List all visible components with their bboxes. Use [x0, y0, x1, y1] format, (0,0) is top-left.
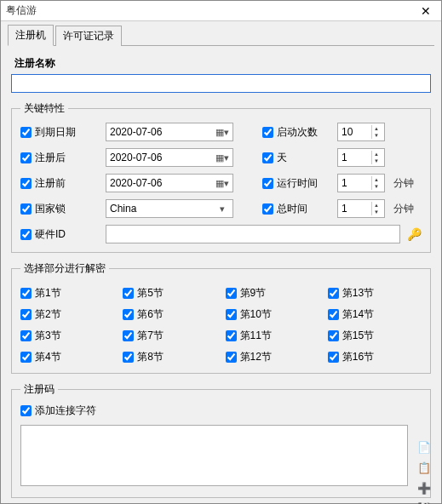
expire-date-value: 2020-07-06	[110, 126, 162, 138]
register-before-checkbox[interactable]	[20, 178, 32, 189]
calendar-icon[interactable]: ▦▾	[215, 152, 229, 163]
copy-icon[interactable]: 📄	[416, 439, 432, 455]
sections-legend: 选择部分进行解密	[20, 261, 109, 276]
run-time-label: 运行时间	[277, 176, 318, 191]
key-icon[interactable]: 🔑	[407, 227, 422, 241]
section-check[interactable]: 第13节	[328, 286, 422, 301]
tab-register-label: 注册机	[15, 29, 46, 41]
titlebar: 粤信游 ✕	[1, 1, 441, 21]
register-after-checkbox[interactable]	[20, 152, 32, 163]
section-check[interactable]: 第4节	[20, 350, 114, 364]
expire-date-checkbox[interactable]	[20, 127, 32, 138]
section-label: 第9节	[240, 286, 267, 301]
content: 注册名称 关键特性 到期日期 2020-07-06 ▦▾ 启动次数	[1, 46, 441, 504]
section-label: 第11节	[240, 329, 272, 343]
reg-name-label: 注册名称	[14, 56, 431, 71]
days-label: 天	[277, 151, 287, 165]
section-label: 第14节	[342, 307, 374, 322]
expire-date-input[interactable]: 2020-07-06 ▦▾	[106, 123, 233, 141]
section-check[interactable]: 第2节	[20, 307, 114, 322]
tab-register[interactable]: 注册机	[8, 25, 54, 46]
hardware-id-check[interactable]: 硬件ID	[20, 227, 99, 242]
section-label: 第4节	[35, 350, 61, 364]
launch-count-checkbox[interactable]	[262, 127, 273, 138]
chevron-up-icon[interactable]: ▲	[371, 176, 381, 183]
expire-date-check[interactable]: 到期日期	[20, 125, 99, 140]
run-time-unit: 分钟	[393, 176, 419, 191]
section-label: 第8节	[137, 350, 164, 364]
reg-name-input[interactable]	[11, 74, 431, 93]
days-check[interactable]: 天	[262, 151, 330, 165]
tab-license-log[interactable]: 许可证记录	[55, 26, 122, 46]
total-time-checkbox[interactable]	[262, 203, 273, 215]
section-check[interactable]: 第3节	[20, 329, 114, 343]
register-after-check[interactable]: 注册后	[20, 151, 99, 165]
chevron-up-icon[interactable]: ▲	[371, 202, 381, 209]
days-input[interactable]: 1 ▲▼	[337, 148, 385, 167]
total-time-label: 总时间	[277, 202, 307, 216]
add-join-chars-check[interactable]: 添加连接字符	[20, 404, 422, 418]
section-check[interactable]: 第6节	[123, 307, 216, 322]
country-lock-value: China	[110, 203, 136, 215]
section-check[interactable]: 第15节	[328, 329, 422, 343]
section-check[interactable]: 第10节	[226, 307, 319, 322]
total-time-value: 1	[342, 203, 347, 215]
total-time-unit: 分钟	[393, 202, 419, 216]
total-time-input[interactable]: 1 ▲▼	[337, 199, 385, 218]
chevron-down-icon[interactable]: ▼	[371, 183, 381, 190]
section-label: 第7节	[137, 329, 164, 343]
section-label: 第15节	[342, 329, 374, 343]
section-check[interactable]: 第16节	[328, 350, 422, 364]
country-lock-label: 国家锁	[35, 202, 66, 216]
section-check[interactable]: 第7节	[123, 329, 216, 343]
register-before-input[interactable]: 2020-07-06 ▦▾	[106, 174, 233, 192]
run-time-input[interactable]: 1 ▲▼	[337, 174, 385, 192]
add-icon[interactable]: ➕	[416, 480, 432, 495]
section-check[interactable]: 第5节	[123, 286, 216, 301]
section-check[interactable]: 第1节	[20, 286, 114, 301]
sections-group: 选择部分进行解密 第1节 第5节 第9节 第13节 第2节 第6节 第10节 第…	[11, 261, 431, 374]
chevron-down-icon[interactable]: ▼	[371, 132, 381, 139]
expire-date-label: 到期日期	[35, 125, 76, 140]
hardware-id-label: 硬件ID	[35, 227, 66, 242]
run-time-checkbox[interactable]	[262, 178, 273, 189]
section-check[interactable]: 第9节	[226, 286, 319, 301]
chevron-down-icon[interactable]: ▾	[215, 203, 229, 215]
total-time-check[interactable]: 总时间	[262, 202, 330, 216]
run-time-check[interactable]: 运行时间	[262, 176, 330, 191]
launch-count-value: 10	[342, 126, 353, 138]
chevron-down-icon[interactable]: ▼	[371, 209, 381, 215]
calendar-icon[interactable]: ▦▾	[215, 178, 229, 189]
register-after-value: 2020-07-06	[110, 152, 162, 163]
section-check[interactable]: 第12节	[226, 350, 319, 364]
section-check[interactable]: 第11节	[226, 329, 319, 343]
section-label: 第13节	[342, 286, 374, 301]
regcode-textarea[interactable]	[20, 425, 408, 486]
country-lock-checkbox[interactable]	[20, 203, 32, 215]
chevron-down-icon[interactable]: ▼	[371, 158, 381, 164]
close-icon[interactable]: ✕	[416, 4, 436, 18]
days-value: 1	[342, 152, 347, 163]
hardware-id-input[interactable]	[106, 225, 400, 243]
section-check[interactable]: 第14节	[328, 307, 422, 322]
register-after-input[interactable]: 2020-07-06 ▦▾	[106, 148, 233, 167]
launch-count-check[interactable]: 启动次数	[262, 125, 330, 140]
country-lock-combo[interactable]: China ▾	[106, 199, 233, 218]
register-before-check[interactable]: 注册前	[20, 176, 99, 191]
add-join-chars-checkbox[interactable]	[20, 405, 32, 416]
paste-icon[interactable]: 📋	[416, 460, 432, 475]
days-checkbox[interactable]	[262, 152, 273, 163]
hardware-id-checkbox[interactable]	[20, 229, 32, 240]
section-check[interactable]: 第8节	[123, 350, 216, 364]
chevron-up-icon[interactable]: ▲	[371, 151, 381, 158]
tabs: 注册机 许可证记录	[8, 26, 434, 45]
section-label: 第16节	[342, 350, 374, 364]
chevron-up-icon[interactable]: ▲	[371, 125, 381, 132]
country-lock-check[interactable]: 国家锁	[20, 202, 99, 216]
save-icon[interactable]: 💾	[416, 501, 432, 504]
calendar-icon[interactable]: ▦▾	[215, 127, 229, 138]
register-before-label: 注册前	[35, 176, 66, 191]
window-title: 粤信游	[6, 3, 37, 18]
launch-count-input[interactable]: 10 ▲▼	[337, 123, 385, 141]
app-window: 粤信游 ✕ 注册机 许可证记录 注册名称 关键特性 到期日期 2020-07-0…	[0, 0, 442, 504]
